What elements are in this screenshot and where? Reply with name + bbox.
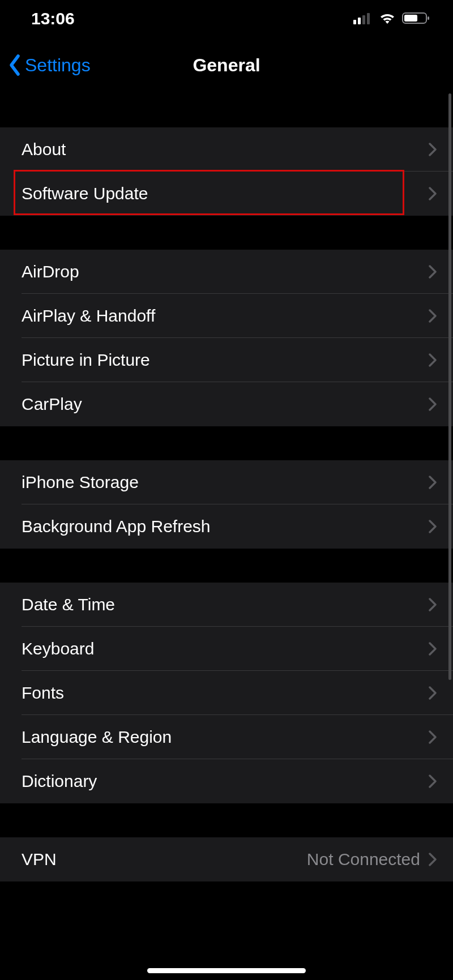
chevron-right-icon [428,519,437,534]
back-label: Settings [25,55,91,76]
settings-groups: About Software Update AirDrop AirPlay [0,93,453,980]
row-label: AirPlay & Handoff [22,306,155,326]
row-label: Language & Region [22,727,172,747]
row-about[interactable]: About [0,127,453,172]
settings-group: About Software Update [0,127,453,216]
settings-group: AirDrop AirPlay & Handoff Picture in Pic… [0,250,453,426]
wifi-icon [378,9,396,28]
row-label: Keyboard [22,639,94,658]
row-vpn[interactable]: VPN Not Connected [0,837,453,881]
chevron-right-icon [428,686,437,700]
row-fonts[interactable]: Fonts [0,671,453,715]
navigation-bar: Settings General [0,37,453,93]
status-icons [353,9,430,28]
chevron-left-icon [8,54,22,76]
chevron-right-icon [428,597,437,612]
svg-rect-2 [362,15,365,24]
row-iphone-storage[interactable]: iPhone Storage [0,460,453,504]
chevron-right-icon [428,309,437,323]
svg-rect-6 [428,16,429,20]
row-carplay[interactable]: CarPlay [0,382,453,426]
row-airplay-handoff[interactable]: AirPlay & Handoff [0,294,453,338]
row-picture-in-picture[interactable]: Picture in Picture [0,338,453,382]
settings-group: VPN Not Connected [0,837,453,881]
status-time: 13:06 [31,9,75,28]
chevron-right-icon [428,641,437,656]
chevron-right-icon [428,353,437,367]
row-background-app-refresh[interactable]: Background App Refresh [0,504,453,549]
row-date-time[interactable]: Date & Time [0,583,453,627]
chevron-right-icon [428,397,437,412]
row-software-update[interactable]: Software Update [0,172,453,216]
chevron-right-icon [428,186,437,201]
settings-group: iPhone Storage Background App Refresh [0,460,453,549]
row-keyboard[interactable]: Keyboard [0,627,453,671]
cellular-icon [353,9,373,28]
row-label: AirDrop [22,262,79,281]
row-value: Not Connected [307,850,428,869]
row-label: Picture in Picture [22,350,150,370]
status-bar: 13:06 [0,0,453,37]
row-label: Fonts [22,683,64,703]
row-label: Date & Time [22,595,115,614]
chevron-right-icon [428,774,437,789]
settings-group: Date & Time Keyboard Fonts Language & Re… [0,583,453,803]
chevron-right-icon [428,852,437,867]
chevron-right-icon [428,264,437,279]
chevron-right-icon [428,142,437,157]
row-dictionary[interactable]: Dictionary [0,759,453,803]
row-label: VPN [22,850,57,869]
row-label: Background App Refresh [22,517,211,536]
battery-icon [402,9,430,28]
row-label: CarPlay [22,395,82,414]
svg-rect-0 [353,20,356,24]
chevron-right-icon [428,475,437,490]
svg-rect-1 [358,18,361,24]
chevron-right-icon [428,730,437,744]
row-label: About [22,140,66,159]
row-airdrop[interactable]: AirDrop [0,250,453,294]
row-language-region[interactable]: Language & Region [0,715,453,759]
svg-rect-3 [367,13,370,24]
page-title: General [193,55,260,76]
row-label: Software Update [22,184,148,203]
back-button[interactable]: Settings [8,54,91,76]
home-indicator[interactable] [147,968,306,973]
svg-rect-5 [404,15,417,22]
row-label: iPhone Storage [22,473,139,492]
row-label: Dictionary [22,772,97,791]
scrollbar[interactable] [448,93,451,680]
